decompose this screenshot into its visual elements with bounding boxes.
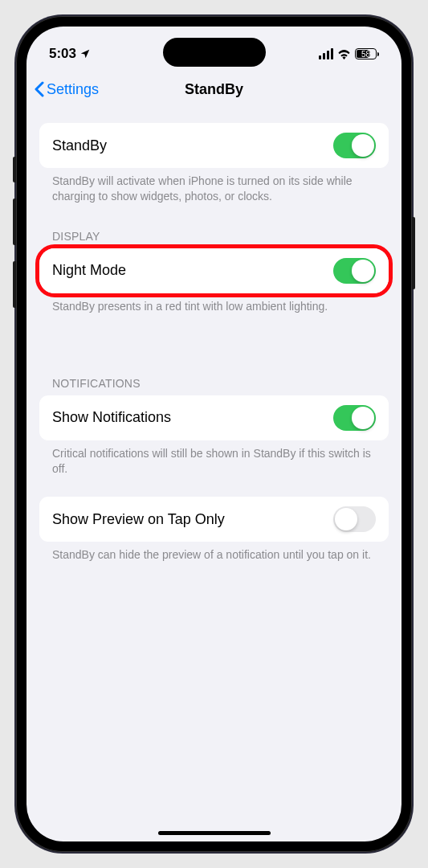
back-button[interactable]: Settings [35,81,99,98]
show-preview-toggle[interactable] [333,506,376,532]
standby-footer: StandBy will activate when iPhone is tur… [39,168,389,204]
dynamic-island [163,38,266,67]
home-indicator[interactable] [158,831,271,835]
chevron-left-icon [35,81,44,97]
notifications-section-header: NOTIFICATIONS [39,377,389,395]
side-buttons-right [412,217,415,289]
show-preview-label: Show Preview on Tap Only [52,511,225,528]
back-label: Settings [47,81,99,98]
side-buttons-left [13,157,16,324]
show-preview-row: Show Preview on Tap Only [39,497,389,542]
show-notifications-footer: Critical notifications will still be sho… [39,440,389,477]
show-notifications-toggle[interactable] [333,405,376,431]
status-time: 5:03 [49,46,76,62]
night-mode-footer: StandBy presents in a red tint with low … [39,293,389,314]
battery-icon: 58 [355,48,379,59]
show-notifications-row: Show Notifications [39,395,389,440]
night-mode-row: Night Mode [39,248,389,293]
standby-row: StandBy [39,123,389,168]
location-arrow-icon [79,48,91,59]
highlight-annotation: Night Mode [35,244,393,297]
page-title: StandBy [185,81,243,98]
cellular-signal-icon [319,48,333,59]
wifi-icon [337,49,351,59]
nav-bar: Settings StandBy [26,72,402,107]
standby-label: StandBy [52,137,107,154]
standby-toggle[interactable] [333,133,376,158]
show-preview-footer: StandBy can hide the preview of a notifi… [39,542,389,563]
night-mode-label: Night Mode [52,262,126,279]
phone-frame: 5:03 58 [16,16,412,852]
battery-percentage: 58 [361,50,370,59]
screen: 5:03 58 [26,27,402,841]
night-mode-toggle[interactable] [333,258,376,284]
show-notifications-label: Show Notifications [52,409,171,426]
